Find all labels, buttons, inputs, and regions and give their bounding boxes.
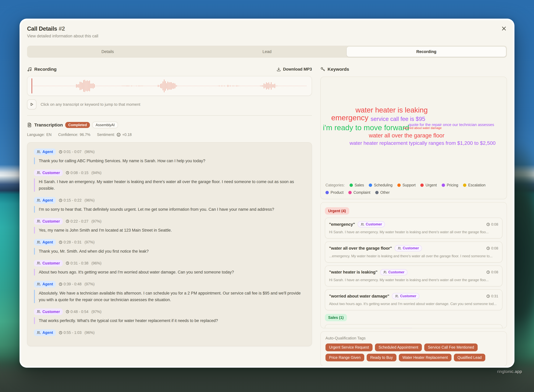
transcription-title: Transcription [34,122,63,127]
recording-title: Recording [34,67,57,72]
match-phrase: "water heater is leaking" [329,270,377,275]
category-dot [349,183,353,187]
entry-text: About two hours ago. It's getting worse … [34,269,302,275]
status-badge: Completed [65,122,90,128]
category-legend-item: Pricing [442,183,458,187]
match-group-badge: Urgent (4) [325,207,349,215]
users-icon [37,240,41,244]
transcript-panel: Agent 0:01 - 0:07 (96%) Thank you for ca… [27,142,312,346]
play-button[interactable] [27,99,36,109]
entry-confidence: (96%) [91,261,101,265]
keyword-phrase[interactable]: service call fee is $95 [371,116,425,122]
category-legend-item: Sales [349,183,364,187]
users-icon [383,270,387,274]
download-label: Download MP3 [283,67,312,72]
tab-details[interactable]: Details [28,47,187,57]
entry-confidence: (97%) [85,240,95,244]
transcript-entry[interactable]: Agent 0:39 - 0:48 (97%) Absolutely. We h… [34,281,305,303]
modal-outer-ring: Call Details #2 View detailed informatio… [19,19,515,368]
entry-confidence: (97%) [91,310,101,314]
entry-time: 0:15 - 0:22 [59,198,82,202]
transcript-entry[interactable]: Customer 0:08 - 0:15 (94%) Hi Sarah. I h… [34,170,305,192]
language-value: EN [46,132,52,137]
categories-label: Categories: [325,183,345,187]
users-icon [37,150,41,154]
keyword-phrase[interactable]: water heater is leaking [356,106,428,114]
entry-text: Hi Sarah. I have an emergency. My water … [34,178,302,192]
qualification-tags-panel: Auto-Qualification Tags Urgent Service R… [320,331,507,366]
transcript-entry[interactable]: Agent 0:01 - 0:07 (96%) Thank you for ca… [34,149,305,164]
qualification-tag: Price Range Given [325,354,364,362]
keyword-phrase[interactable]: i'm ready to move forward [323,123,409,132]
qualification-heading: Auto-Qualification Tags [325,336,502,341]
entry-time: 0:55 - 1:03 [59,330,82,335]
qualification-tag: Qualified Lead [454,354,485,362]
match-speaker-chip: Customer [380,269,407,275]
call-number: #2 [59,26,65,32]
transcript-entry[interactable]: Customer 0:22 - 0:27 (97%) Yes, my name … [34,218,305,234]
document-icon [27,122,32,127]
category-legend-item: Product [325,190,343,195]
transcript-entry[interactable]: Customer 0:31 - 0:38 (96%) About two hou… [34,260,305,275]
call-details-modal: Call Details #2 View detailed informatio… [21,20,513,366]
match-phrase: "water all over the garage floor" [329,246,392,251]
tab-lead[interactable]: Lead [187,47,347,57]
entry-text: That works perfectly. What's the typical… [34,317,302,324]
modal-content: Recording Download MP3 [27,67,507,366]
clock-icon [66,219,69,223]
keyword-cloud: water heater is leakingemergencyservice … [321,77,507,176]
transcript-entry[interactable]: Agent 0:28 - 0:31 (97%) Thank you, Mr. S… [34,239,305,255]
keyword-phrase[interactable]: water all over the garage floor [369,132,444,139]
match-speaker-chip: Customer [387,328,414,328]
tab-recording[interactable]: Recording [347,47,506,57]
match-snippet: Hi Sarah. I have an emergency. My water … [329,277,498,283]
recording-column: Recording Download MP3 [27,67,312,366]
match-phrase: "worried about water damage" [329,294,389,299]
keyword-phrase[interactable]: emergency [331,113,368,122]
match-card-header: "worried about water damage" Customer 0:… [329,293,498,299]
close-button[interactable] [500,25,508,32]
match-time: 0:08 [486,222,498,226]
entry-confidence: (96%) [85,198,95,202]
keyword-phrase[interactable]: water heater replacement typically range… [349,140,496,146]
page-subtitle: View detailed information about this cal… [27,34,507,38]
clock-icon [66,261,69,265]
users-icon [37,261,41,265]
category-dot [442,183,445,187]
download-mp3-button[interactable]: Download MP3 [277,67,312,72]
transcript-entry[interactable]: Agent 0:55 - 1:03 (96%) [34,329,305,336]
music-note-icon [27,67,32,72]
watermark: ringtonic.app [497,369,522,374]
clock-icon [486,294,490,298]
transcript-entry[interactable]: Agent 0:15 - 0:22 (96%) I'm so sorry to … [34,197,305,213]
entry-confidence: (97%) [85,282,95,286]
entry-header: Agent 0:15 - 0:22 (96%) [34,197,305,204]
section-divider [27,115,312,116]
keyword-match-card[interactable]: "emergency" Customer 0:08 Hi Sarah. I ha… [325,218,502,238]
entry-header: Customer 0:48 - 0:54 (97%) [34,308,305,315]
language-meta: Language: EN [27,132,52,137]
keyword-match-card[interactable]: "water all over the garage floor" Custom… [325,242,502,262]
keyword-phrase[interactable]: worried about water damage [404,126,442,130]
clock-icon [66,171,69,174]
keywords-column: Keywords water heater is leakingemergenc… [320,67,507,366]
waveform-scrubber[interactable] [27,76,312,96]
qualification-tag: Urgent Service Request [325,344,372,351]
clock-icon [66,310,69,313]
transcript-entry[interactable]: Customer 0:48 - 0:54 (97%) That works pe… [34,308,305,324]
keyword-match-card[interactable]: "I'm ready to move forward" Customer 1:0… [325,324,502,328]
keyword-match-card[interactable]: "worried about water damage" Customer 0:… [325,289,502,310]
users-icon [361,223,364,226]
match-snippet: About two hours ago. It's getting worse … [329,301,498,306]
keyword-match-card[interactable]: "water heater is leaking" Customer 0:08 … [325,266,502,286]
transcription-header: Transcription Completed AssemblyAI [27,122,312,128]
clock-icon [486,247,490,250]
entry-time: 0:31 - 0:38 [66,261,89,265]
category-legend-item: Urgent [420,183,437,187]
clock-icon [59,240,62,244]
entry-time: 0:08 - 0:15 [66,171,89,175]
entry-confidence: (96%) [85,330,95,335]
confidence-value: 96.7% [80,132,90,137]
playback-hint: Click on any transcript or keyword to ju… [41,102,140,107]
entry-confidence: (94%) [91,171,101,175]
